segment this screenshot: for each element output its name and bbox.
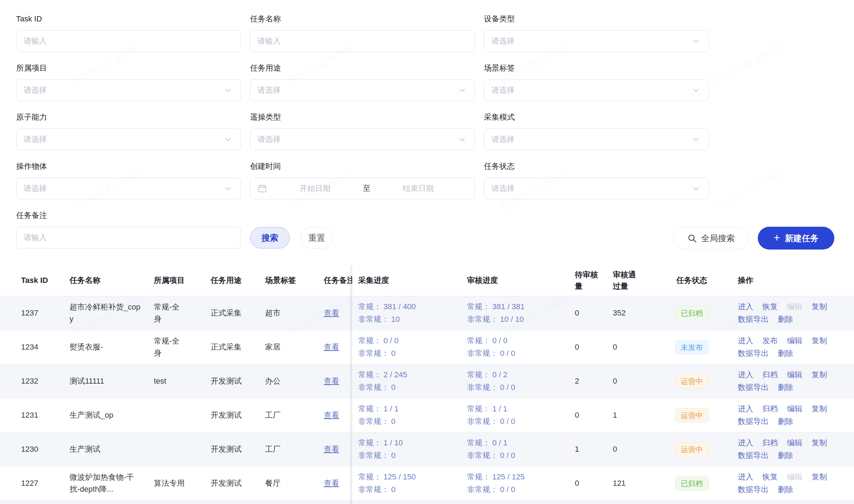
view-remark-link[interactable]: 查看 xyxy=(324,376,339,386)
atomic-capability-select[interactable]: 请选择 xyxy=(16,128,241,150)
reset-button[interactable]: 重置 xyxy=(301,227,333,248)
table-action-link[interactable]: 恢复 xyxy=(762,300,778,313)
cell-task-id: 1237 xyxy=(0,296,70,330)
cell-review-progress: 常规： 0 / 2非常规： 0 / 0 xyxy=(461,364,570,398)
header-purpose: 任务用途 xyxy=(209,265,265,296)
task-name-input-wrap xyxy=(250,30,475,52)
cell-status: 已归档 xyxy=(660,466,723,500)
table-action-link[interactable]: 发布 xyxy=(762,334,778,347)
select-placeholder: 请选择 xyxy=(24,85,47,95)
table-action-link[interactable]: 数据导出 xyxy=(738,313,769,326)
task-id-input[interactable] xyxy=(17,31,241,51)
device-type-select[interactable]: 请选择 xyxy=(484,30,709,52)
actions-line2: 数据导出删除 xyxy=(738,483,827,496)
table-action-link[interactable]: 数据导出 xyxy=(738,415,769,428)
view-remark-link[interactable]: 查看 xyxy=(324,410,339,420)
table-action-link[interactable]: 删除 xyxy=(778,381,793,394)
scene-tag-select[interactable]: 请选择 xyxy=(484,79,709,101)
actions-line1: 进入归档编辑复制 xyxy=(738,403,827,415)
cell-task-name: 生产测试_op xyxy=(70,398,154,432)
collection-mode-select[interactable]: 请选择 xyxy=(484,128,709,150)
table-action-link[interactable]: 复制 xyxy=(812,300,827,313)
table-action-link[interactable]: 进入 xyxy=(738,403,753,415)
table-action-link[interactable]: 删除 xyxy=(778,415,793,428)
table-action-link[interactable]: 复制 xyxy=(812,471,827,483)
filter-label: 遥操类型 xyxy=(250,112,475,122)
table-action-link[interactable]: 归档 xyxy=(762,369,778,381)
table-action-link[interactable]: 归档 xyxy=(762,437,778,449)
table-action-link[interactable]: 删除 xyxy=(778,347,793,360)
view-remark-link[interactable]: 查看 xyxy=(324,308,339,318)
table-action-link[interactable]: 复制 xyxy=(812,437,827,449)
table-action-link[interactable]: 进入 xyxy=(738,300,753,313)
view-remark-link[interactable]: 查看 xyxy=(324,444,339,455)
cell-scene: 工厂 xyxy=(265,398,321,432)
task-status-select[interactable]: 请选择 xyxy=(484,178,709,199)
table-action-link[interactable]: 复制 xyxy=(812,334,827,347)
table-action-link: 编辑 xyxy=(787,300,802,313)
header-task-name: 任务名称 xyxy=(70,265,154,296)
table-action-link[interactable]: 数据导出 xyxy=(738,381,769,394)
table-action-link[interactable]: 编辑 xyxy=(787,437,802,449)
actions-line2: 数据导出删除 xyxy=(738,415,827,428)
cell-remark: 查看 xyxy=(321,432,352,466)
table-action-link[interactable]: 删除 xyxy=(778,483,793,496)
task-purpose-select[interactable]: 请选择 xyxy=(250,79,475,101)
table-action-link[interactable]: 数据导出 xyxy=(738,347,769,360)
table-action-link[interactable]: 进入 xyxy=(738,334,753,347)
cell-purpose: 正式采集 xyxy=(209,330,265,364)
view-remark-link[interactable]: 查看 xyxy=(324,342,339,352)
table-action-link[interactable]: 数据导出 xyxy=(738,449,769,462)
table-row: 1237 超市冷鲜柜补货_copy 常规-全身 正式采集 超市 查看 常规： 3… xyxy=(0,296,854,330)
cell-purpose: 开发测试 xyxy=(209,466,265,500)
cell-project: test xyxy=(154,364,209,398)
table-action-link[interactable]: 进入 xyxy=(738,369,753,381)
filter-field-task-purpose: 任务用途 请选择 xyxy=(250,63,475,101)
cell-pending-count: 0 xyxy=(570,398,606,432)
cell-actions: 进入归档编辑复制 数据导出删除 xyxy=(723,432,854,466)
table-action-link[interactable]: 删除 xyxy=(778,313,793,326)
search-button[interactable]: 搜索 xyxy=(250,227,290,248)
table-action-link[interactable]: 删除 xyxy=(778,449,793,462)
chevron-down-icon xyxy=(691,86,701,95)
table-action-link[interactable]: 编辑 xyxy=(787,403,802,415)
actions-line1: 进入发布编辑复制 xyxy=(738,334,827,347)
new-task-button[interactable]: + 新建任务 xyxy=(758,227,834,250)
task-remark-input[interactable] xyxy=(17,227,241,248)
table-action-link[interactable]: 复制 xyxy=(812,403,827,415)
table-action-link[interactable]: 编辑 xyxy=(787,334,802,347)
cell-actions: 进入发布编辑复制 数据导出删除 xyxy=(723,330,854,364)
create-time-range-picker[interactable]: 开始日期 至 结束日期 xyxy=(250,178,475,199)
cell-collect-progress: 常规： 125 / 150非常规： 0 xyxy=(352,466,461,500)
actions-line1: 进入归档编辑复制 xyxy=(738,369,827,381)
start-date-placeholder: 开始日期 xyxy=(269,183,361,194)
table-action-link[interactable]: 归档 xyxy=(762,403,778,415)
table-action-link[interactable]: 编辑 xyxy=(787,369,802,381)
filter-field-operation-object: 操作物体 请选择 xyxy=(16,161,241,199)
table-action-link[interactable]: 进入 xyxy=(738,471,753,483)
cell-pending-count: 0 xyxy=(570,296,606,330)
actions-line2: 数据导出删除 xyxy=(738,449,827,462)
cell-pending-count: 0 xyxy=(570,330,606,364)
table-action-link[interactable]: 复制 xyxy=(812,369,827,381)
filter-field-atomic-capability: 原子能力 请选择 xyxy=(16,112,241,150)
partial-row xyxy=(0,500,854,504)
project-select[interactable]: 请选择 xyxy=(16,79,241,101)
task-name-input[interactable] xyxy=(250,31,474,51)
select-placeholder: 请选择 xyxy=(257,85,281,95)
filter-field-collection-mode: 采集模式 请选择 xyxy=(484,112,709,150)
filter-label: 采集模式 xyxy=(484,112,709,122)
cell-project xyxy=(154,432,209,466)
date-range-separator: 至 xyxy=(361,183,373,194)
filter-label: 所属项目 xyxy=(16,63,241,73)
view-remark-link[interactable]: 查看 xyxy=(324,478,339,489)
table-action-link[interactable]: 恢复 xyxy=(762,471,778,483)
task-table: Task ID 任务名称 所属项目 任务用途 场景标签 任务备注 采集进度 审核… xyxy=(0,265,854,504)
cell-review-progress: 常规： 125 / 125非常规： 0 / 0 xyxy=(461,466,570,500)
cell-collect-progress: 常规： 381 / 400非常规： 10 xyxy=(352,296,461,330)
table-action-link[interactable]: 进入 xyxy=(738,437,753,449)
teleop-type-select[interactable]: 请选择 xyxy=(250,128,475,150)
global-search-button[interactable]: 全局搜索 xyxy=(673,227,749,250)
table-action-link[interactable]: 数据导出 xyxy=(738,483,769,496)
operation-object-select[interactable]: 请选择 xyxy=(16,178,241,199)
